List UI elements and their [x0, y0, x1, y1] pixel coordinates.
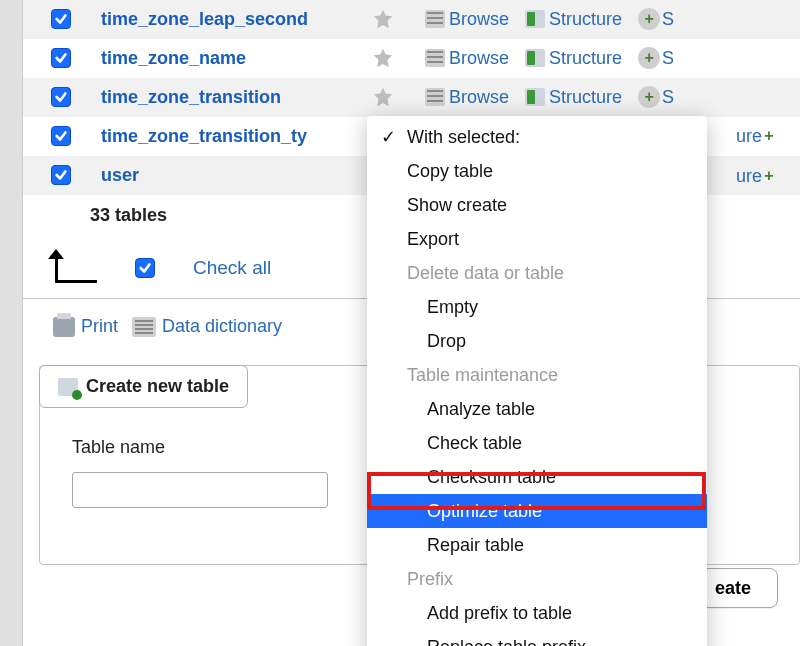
- with-selected-menu[interactable]: With selected: Copy table Show create Ex…: [367, 116, 707, 646]
- menu-group-prefix: Prefix: [367, 562, 707, 596]
- table-name[interactable]: time_zone_name: [101, 48, 371, 69]
- insert-icon[interactable]: [638, 86, 660, 108]
- browse-icon: [425, 49, 445, 67]
- menu-repair-table[interactable]: Repair table: [367, 528, 707, 562]
- data-dictionary-label: Data dictionary: [162, 316, 282, 337]
- truncated-link[interactable]: S: [662, 9, 674, 30]
- table-count: 33 tables: [90, 205, 167, 226]
- menu-with-selected[interactable]: With selected:: [367, 120, 707, 154]
- menu-drop[interactable]: Drop: [367, 324, 707, 358]
- browse-label: Browse: [449, 87, 509, 108]
- browse-link[interactable]: Browse: [425, 48, 509, 69]
- checkbox[interactable]: [51, 165, 71, 185]
- check-all-label[interactable]: Check all: [193, 257, 271, 279]
- table-name[interactable]: time_zone_leap_second: [101, 9, 371, 30]
- table-name-input[interactable]: [72, 472, 328, 508]
- check-all-checkbox[interactable]: [135, 258, 155, 278]
- menu-group-delete: Delete data or table: [367, 256, 707, 290]
- print-link[interactable]: Print: [53, 316, 118, 337]
- dictionary-icon: [132, 317, 156, 337]
- create-table-tab[interactable]: Create new table: [39, 365, 248, 408]
- truncated-link[interactable]: S: [662, 87, 674, 108]
- structure-label: Structure: [549, 48, 622, 69]
- table-row[interactable]: time_zone_leap_second Browse Structure S: [23, 0, 800, 39]
- menu-replace-prefix[interactable]: Replace table prefix: [367, 630, 707, 646]
- checkbox[interactable]: [51, 48, 71, 68]
- browse-label: Browse: [449, 48, 509, 69]
- print-icon: [53, 317, 75, 337]
- checkbox[interactable]: [51, 126, 71, 146]
- table-name[interactable]: time_zone_transition_ty: [101, 126, 371, 147]
- insert-icon[interactable]: [638, 8, 660, 30]
- table-row[interactable]: time_zone_transition Browse Structure S: [23, 78, 800, 117]
- data-dictionary-link[interactable]: Data dictionary: [132, 316, 282, 337]
- menu-check-table[interactable]: Check table: [367, 426, 707, 460]
- create-table-icon: [58, 378, 78, 396]
- structure-label: Structure: [549, 9, 622, 30]
- print-label: Print: [81, 316, 118, 337]
- truncated-link[interactable]: ure: [736, 166, 762, 187]
- truncated-link[interactable]: ure: [736, 126, 762, 147]
- menu-copy-table[interactable]: Copy table: [367, 154, 707, 188]
- menu-analyze-table[interactable]: Analyze table: [367, 392, 707, 426]
- favorite-star-icon[interactable]: [371, 85, 395, 109]
- favorite-star-icon[interactable]: [371, 46, 395, 70]
- browse-icon: [425, 10, 445, 28]
- menu-group-maintenance: Table maintenance: [367, 358, 707, 392]
- menu-export[interactable]: Export: [367, 222, 707, 256]
- structure-label: Structure: [549, 87, 622, 108]
- browse-link[interactable]: Browse: [425, 9, 509, 30]
- menu-empty[interactable]: Empty: [367, 290, 707, 324]
- create-table-title: Create new table: [86, 376, 229, 397]
- menu-add-prefix[interactable]: Add prefix to table: [367, 596, 707, 630]
- browse-label: Browse: [449, 9, 509, 30]
- table-row[interactable]: time_zone_name Browse Structure S: [23, 39, 800, 78]
- browse-icon: [425, 88, 445, 106]
- table-name[interactable]: time_zone_transition: [101, 87, 371, 108]
- menu-checksum-table[interactable]: Checksum table: [367, 460, 707, 494]
- structure-icon: [525, 49, 545, 67]
- arrow-up-icon: [45, 253, 101, 283]
- table-name-label: Table name: [72, 437, 328, 458]
- favorite-star-icon[interactable]: [371, 7, 395, 31]
- checkbox[interactable]: [51, 87, 71, 107]
- structure-link[interactable]: Structure: [525, 9, 622, 30]
- checkbox[interactable]: [51, 9, 71, 29]
- table-name[interactable]: user: [101, 165, 371, 186]
- truncated-link[interactable]: S: [662, 48, 674, 69]
- structure-icon: [525, 10, 545, 28]
- menu-optimize-table[interactable]: Optimize table: [367, 494, 707, 528]
- menu-show-create[interactable]: Show create: [367, 188, 707, 222]
- insert-icon[interactable]: [638, 47, 660, 69]
- structure-link[interactable]: Structure: [525, 48, 622, 69]
- browse-link[interactable]: Browse: [425, 87, 509, 108]
- structure-link[interactable]: Structure: [525, 87, 622, 108]
- structure-icon: [525, 88, 545, 106]
